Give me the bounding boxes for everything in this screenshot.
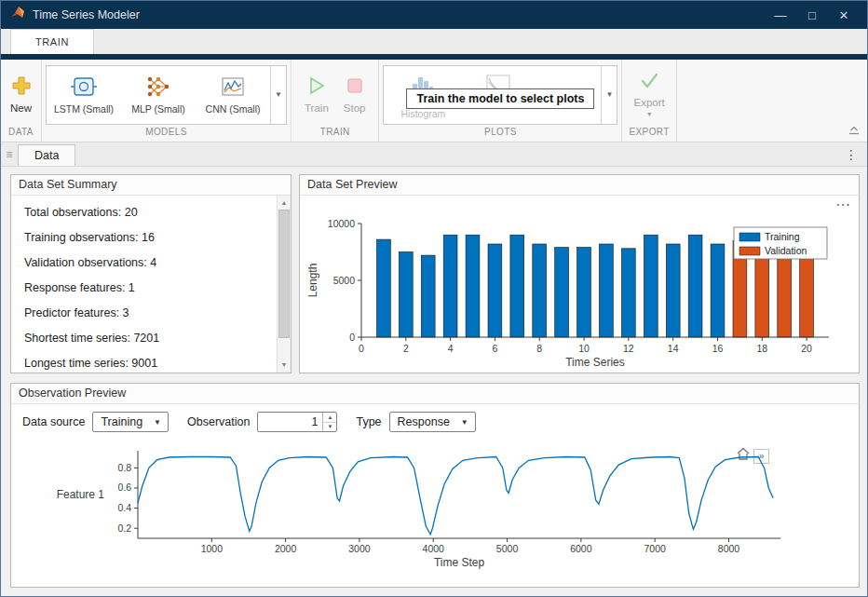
new-button-label: New	[10, 102, 32, 114]
data-source-label: Data source	[22, 415, 85, 428]
plots-gallery: Histogram Train the model to select plot…	[383, 65, 617, 125]
models-gallery: LSTM (Small) MLP (Small) CNN (Small)	[46, 65, 287, 125]
svg-text:Feature 1: Feature 1	[57, 488, 105, 501]
svg-text:10: 10	[578, 343, 590, 354]
panel-title: Observation Preview	[11, 384, 859, 404]
model-item-lstm[interactable]: LSTM (Small)	[47, 66, 121, 124]
new-button[interactable]: New	[5, 74, 37, 115]
scrollbar-thumb[interactable]	[278, 210, 290, 338]
export-button-label: Export	[633, 97, 664, 108]
observation-label: Observation	[187, 415, 250, 428]
svg-text:12: 12	[623, 343, 634, 354]
section-label-export: EXPORT	[622, 127, 675, 142]
svg-text:5000: 5000	[496, 543, 519, 554]
svg-text:Time Step: Time Step	[434, 556, 485, 569]
ribbon-section-data: New DATA	[1, 60, 42, 142]
summary-line: Longest time series: 9001	[24, 356, 278, 371]
cnn-icon	[220, 75, 246, 102]
svg-text:10000: 10000	[328, 218, 355, 229]
observation-preview-panel: Observation Preview Data source Training…	[10, 383, 860, 588]
type-label: Type	[356, 415, 381, 428]
summary-line: Predictor features: 3	[24, 305, 278, 320]
ribbon-section-train: Train Stop TRAIN	[292, 60, 379, 142]
stop-button-label: Stop	[344, 102, 366, 114]
section-label-models: MODELS	[42, 127, 291, 142]
summary-scrollbar[interactable]: ▲ ▼	[277, 196, 291, 373]
svg-text:Training: Training	[765, 231, 800, 242]
svg-text:4: 4	[448, 343, 454, 354]
observation-chart: 0.20.40.60.81000200030004000500060007000…	[19, 445, 853, 585]
svg-text:0.2: 0.2	[117, 522, 131, 534]
svg-text:3000: 3000	[348, 543, 371, 554]
model-item-label: CNN (Small)	[206, 103, 261, 115]
train-button[interactable]: Train	[299, 74, 334, 115]
svg-text:Time Series: Time Series	[565, 356, 625, 369]
model-item-label: LSTM (Small)	[54, 103, 114, 115]
chevron-down-icon: ▼	[457, 418, 475, 427]
observation-controls: Data source Training ▼ Observation ▲ ▼ T…	[22, 412, 476, 432]
model-item-mlp[interactable]: MLP (Small)	[121, 66, 196, 124]
model-item-cnn[interactable]: CNN (Small)	[196, 66, 270, 124]
stop-button[interactable]: Stop	[338, 74, 372, 115]
data-set-summary-panel: Data Set Summary Total observations: 20 …	[10, 174, 292, 373]
play-icon	[306, 75, 327, 100]
ribbon-section-export: Export ▼ EXPORT	[622, 60, 676, 142]
scroll-down-icon[interactable]: ▼	[278, 359, 291, 372]
scroll-up-icon[interactable]: ▲	[278, 197, 291, 210]
section-label-plots: PLOTS	[379, 127, 621, 142]
minimize-button[interactable]: —	[766, 5, 794, 25]
window-controls: — □ ✕	[766, 5, 858, 25]
plots-item-label: Histogram	[400, 108, 445, 119]
lstm-icon	[71, 75, 97, 102]
observation-number-field: ▲ ▼	[257, 412, 337, 432]
svg-text:2000: 2000	[275, 543, 297, 554]
models-gallery-dropdown[interactable]: ▼	[270, 66, 286, 124]
tab-data[interactable]: Data	[18, 144, 75, 166]
svg-text:Length: Length	[306, 264, 319, 298]
summary-line: Shortest time series: 7201	[24, 331, 278, 346]
panel-title: Data Set Preview	[300, 175, 859, 196]
type-value: Response	[390, 415, 457, 428]
close-button[interactable]: ✕	[830, 5, 858, 25]
type-dropdown[interactable]: Response ▼	[389, 412, 476, 432]
svg-text:8000: 8000	[718, 543, 740, 554]
panel-title: Data Set Summary	[11, 175, 291, 196]
data-source-dropdown[interactable]: Training ▼	[92, 412, 169, 432]
train-button-label: Train	[305, 102, 329, 114]
summary-line: Total observations: 20	[24, 205, 278, 220]
window-title: Time Series Modeler	[33, 8, 140, 21]
chevron-down-icon: ▼	[275, 90, 282, 99]
ribbon-tab-bar: TRAIN	[1, 29, 867, 54]
tab-train[interactable]: TRAIN	[10, 29, 94, 54]
mlp-icon	[145, 75, 171, 102]
export-button[interactable]: Export ▼	[628, 70, 670, 119]
new-plus-icon	[11, 75, 32, 100]
panel-grip-icon[interactable]: ≡	[1, 148, 18, 161]
svg-text:0.4: 0.4	[117, 502, 131, 513]
svg-text:2: 2	[403, 343, 409, 354]
maximize-button[interactable]: □	[798, 5, 826, 25]
summary-list: Total observations: 20 Training observat…	[11, 196, 291, 390]
spinner-up-icon[interactable]: ▲	[323, 413, 336, 423]
svg-text:7000: 7000	[644, 543, 666, 554]
summary-line: Response features: 1	[24, 280, 278, 295]
stop-icon	[346, 75, 364, 100]
summary-line: Training observations: 16	[24, 230, 278, 245]
document-tab-bar: ≡ Data ⋮	[1, 142, 867, 167]
model-item-label: MLP (Small)	[131, 103, 185, 115]
svg-text:14: 14	[668, 343, 679, 354]
svg-text:6: 6	[493, 343, 498, 354]
ribbon-section-models: LSTM (Small) MLP (Small) CNN (Small)	[42, 60, 292, 142]
observation-spinner: ▲ ▼	[322, 413, 336, 431]
observation-input[interactable]	[258, 413, 322, 431]
svg-text:0.6: 0.6	[117, 482, 131, 493]
app-content: Data Set Summary Total observations: 20 …	[1, 167, 867, 597]
svg-text:4000: 4000	[423, 543, 445, 554]
plots-disabled-message: Train the model to select plots	[407, 88, 595, 109]
document-actions-icon[interactable]: ⋮	[835, 147, 867, 162]
collapse-ribbon-button[interactable]	[848, 122, 861, 139]
svg-text:1000: 1000	[201, 543, 224, 554]
spinner-down-icon[interactable]: ▼	[323, 423, 336, 432]
plots-gallery-dropdown[interactable]: ▼	[601, 66, 617, 124]
svg-text:Validation: Validation	[765, 245, 807, 256]
